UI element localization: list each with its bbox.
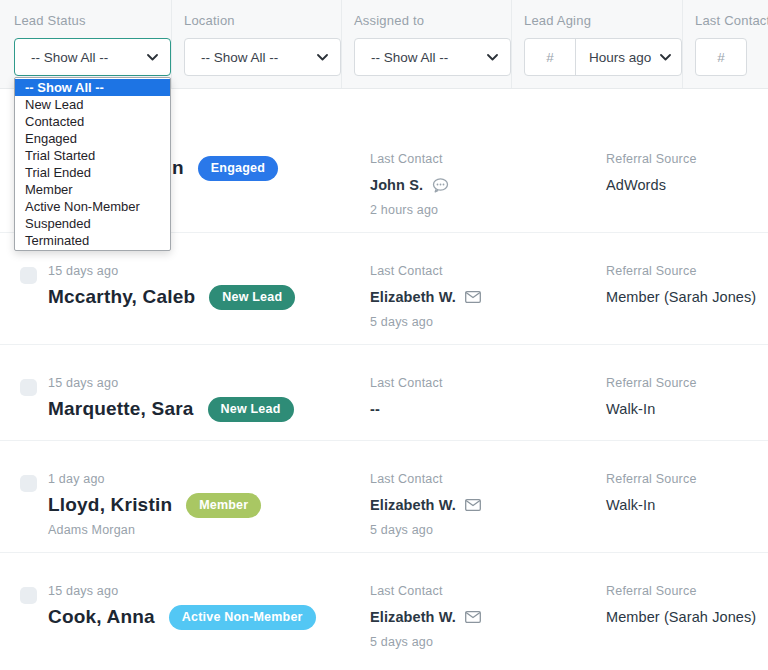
last-contact-person: Elizabeth W. [370, 289, 456, 305]
location-selected-value: -- Show All -- [201, 50, 317, 65]
lead-status-option[interactable]: Member [15, 181, 170, 198]
lead-status-select[interactable]: -- Show All -- [14, 38, 171, 76]
referral-source-column-label: Referral Source [606, 151, 748, 168]
lead-created-date: 15 days ago [48, 375, 370, 392]
status-badge: Engaged [198, 156, 278, 181]
last-contact-column-label: Last Contact [370, 471, 606, 488]
referral-source-value: Walk-In [606, 401, 655, 417]
referral-source-value: AdWords [606, 177, 666, 193]
referral-source-column-label: Referral Source [606, 375, 748, 392]
lead-created-date: 15 days ago [48, 583, 370, 600]
lead-name[interactable]: Marquette, Sara [48, 398, 194, 420]
status-badge: New Lead [209, 285, 295, 310]
filter-group-assigned-to: Assigned to -- Show All -- [341, 0, 511, 88]
lead-created-date: 15 days ago [48, 263, 370, 280]
last-contact-filter-label: Last Contact [695, 12, 768, 29]
lead-location: Adams Morgan [48, 522, 370, 538]
chat-bubble-icon [432, 178, 449, 193]
lead-status-option[interactable]: Terminated [15, 232, 170, 249]
chevron-down-icon [147, 54, 158, 61]
lead-aging-unit-select[interactable]: Hours ago [576, 39, 681, 75]
lead-status-selected-value: -- Show All -- [31, 50, 147, 65]
referral-source-value: Member (Sarah Jones) [606, 289, 756, 305]
filter-group-lead-status: Lead Status -- Show All -- [0, 0, 171, 88]
assigned-to-selected-value: -- Show All -- [371, 50, 487, 65]
lead-status-option[interactable]: Suspended [15, 215, 170, 232]
lead-status-option[interactable]: Trial Started [15, 147, 170, 164]
lead-aging-unit-value: Hours ago [589, 50, 660, 65]
filter-group-last-contact: Last Contact [682, 0, 768, 88]
lead-status-option[interactable]: -- Show All -- [15, 79, 170, 96]
filter-group-lead-aging: Lead Aging Hours ago [511, 0, 682, 88]
last-contact-person: John S. [370, 177, 423, 193]
status-badge: Active Non-Member [169, 605, 316, 630]
lead-aging-number-input[interactable] [525, 39, 576, 75]
location-label: Location [184, 12, 341, 29]
envelope-icon [465, 499, 481, 511]
last-contact-number-input[interactable] [695, 38, 747, 76]
filter-bar: Lead Status -- Show All -- Location -- S… [0, 0, 768, 89]
referral-source-column-label: Referral Source [606, 263, 756, 280]
lead-status-dropdown-menu: -- Show All -- New Lead Contacted Engage… [14, 77, 171, 251]
envelope-icon [465, 291, 481, 303]
location-select[interactable]: -- Show All -- [184, 38, 341, 76]
last-contact-person: -- [370, 401, 380, 417]
lead-status-option[interactable]: New Lead [15, 96, 170, 113]
lead-status-option[interactable]: Trial Ended [15, 164, 170, 181]
filter-group-location: Location -- Show All -- [171, 0, 341, 88]
last-contact-column-label: Last Contact [370, 583, 606, 600]
chevron-down-icon [487, 54, 498, 61]
lead-status-label: Lead Status [14, 12, 171, 29]
status-badge: Member [186, 493, 261, 518]
lead-name[interactable]: Lloyd, Kristin [48, 494, 172, 516]
lead-row[interactable]: 1 day ago Lloyd, Kristin Member Adams Mo… [0, 440, 768, 552]
last-contact-time: 5 days ago [370, 522, 606, 538]
last-contact-column-label: Last Contact [370, 263, 606, 280]
last-contact-time: 2 hours ago [370, 202, 606, 218]
last-contact-time: 5 days ago [370, 634, 606, 650]
lead-status-option[interactable]: Active Non-Member [15, 198, 170, 215]
last-contact-column-label: Last Contact [370, 151, 606, 168]
referral-source-value: Member (Sarah Jones) [606, 609, 756, 625]
lead-status-option[interactable]: Contacted [15, 113, 170, 130]
row-checkbox[interactable] [20, 267, 37, 284]
assigned-to-select[interactable]: -- Show All -- [354, 38, 511, 76]
referral-source-column-label: Referral Source [606, 471, 748, 488]
envelope-icon [465, 611, 481, 623]
assigned-to-label: Assigned to [354, 12, 511, 29]
lead-name[interactable]: Cook, Anna [48, 606, 155, 628]
lead-aging-label: Lead Aging [524, 12, 682, 29]
chevron-down-icon [317, 54, 328, 61]
status-badge: New Lead [208, 397, 294, 422]
lead-status-option[interactable]: Engaged [15, 130, 170, 147]
lead-name[interactable]: n [172, 157, 184, 179]
lead-created-date: 1 day ago [48, 471, 370, 488]
lead-row[interactable]: 15 days ago Marquette, Sara New Lead Las… [0, 344, 768, 440]
referral-source-value: Walk-In [606, 497, 655, 513]
row-checkbox[interactable] [20, 587, 37, 604]
last-contact-person: Elizabeth W. [370, 609, 456, 625]
last-contact-time: 5 days ago [370, 314, 606, 330]
chevron-down-icon [660, 54, 671, 61]
lead-row[interactable]: 15 days ago Cook, Anna Active Non-Member… [0, 552, 768, 664]
last-contact-person: Elizabeth W. [370, 497, 456, 513]
referral-source-column-label: Referral Source [606, 583, 756, 600]
lead-name[interactable]: Mccarthy, Caleb [48, 286, 195, 308]
row-checkbox[interactable] [20, 475, 37, 492]
row-checkbox[interactable] [20, 379, 37, 396]
last-contact-column-label: Last Contact [370, 375, 606, 392]
